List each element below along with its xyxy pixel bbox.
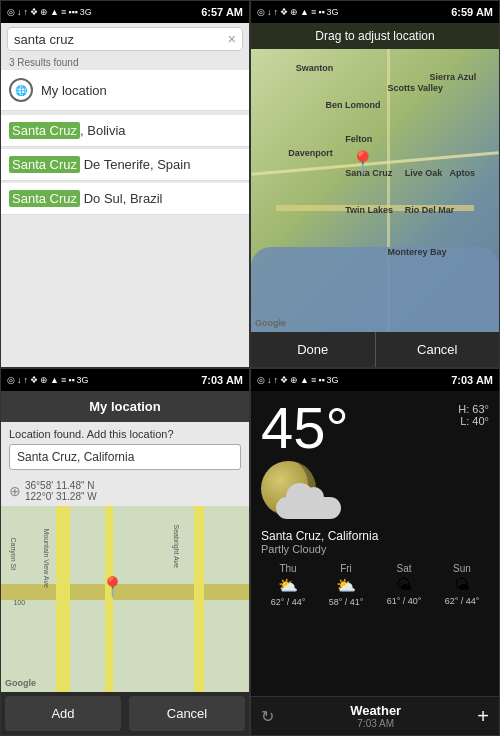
done-button[interactable]: Done [251,332,376,367]
result-rest-3: Do Sul, Brazil [80,191,162,206]
drag-banner: Drag to adjust location [251,23,499,49]
result-highlight-2: Santa Cruz [9,156,80,173]
results-count: 3 Results found [1,55,249,70]
status-bar-p4: ◎↓↑❖⊕▲≡▪▪3G 7:03 AM [251,369,499,391]
result-item-spain[interactable]: Santa Cruz De Tenerife, Spain [1,149,249,181]
drag-label: Drag to adjust location [315,29,434,43]
forecast-sun-name: Sun [453,563,471,574]
coords-text: 36°58' 11.48" N 122°0' 31.28" W [25,480,97,502]
p3-header: My location [1,391,249,422]
status-icons-p3: ◎↓↑❖⊕▲≡▪▪3G [7,375,89,385]
p3-map-pin: 📍 [100,575,125,599]
forecast-sun-icon: 🌤 [454,576,470,594]
status-time-p4: 7:03 AM [451,374,493,386]
p3-action-buttons: Add Cancel [1,692,249,735]
forecast-thu-temps: 62° / 44° [271,597,306,607]
result-rest-2: De Tenerife, Spain [80,157,190,172]
status-bar-p2: ◎↓↑❖⊕▲≡▪▪3G 6:59 AM [251,1,499,23]
result-item-bolivia[interactable]: Santa Cruz, Bolivia [1,115,249,147]
search-value: santa cruz [14,32,228,47]
map-label-riodel: Rio Del Mar [405,205,455,215]
p3-map[interactable]: Canyon St Mountain View Ave Seabright Av… [1,506,249,692]
panel-my-location: ◎↓↑❖⊕▲≡▪▪3G 7:03 AM My location Location… [0,368,250,736]
weather-footer-label: Weather [274,703,477,718]
result-brazil-text: Santa Cruz Do Sul, Brazil [9,191,162,206]
map-label-felton: Felton [345,134,372,144]
forecast-fri-name: Fri [340,563,352,574]
p3-body: Location found. Add this location? Santa… [1,422,249,692]
current-temperature: 45° [261,399,349,457]
map-area[interactable]: Ben Lomond Scotts Valley Davenport Felto… [251,49,499,332]
status-icons-p2: ◎↓↑❖⊕▲≡▪▪3G [257,7,339,17]
map-pin: 📍 [349,150,376,176]
p4-footer: ↻ Weather 7:03 AM + [251,696,499,735]
street-seabright: Seabright Ave [172,524,179,567]
street-mountainview: Mountain View Ave [42,528,49,587]
my-location-text: My location [41,83,107,98]
forecast-thu-name: Thu [279,563,296,574]
result-spain-text: Santa Cruz De Tenerife, Spain [9,157,190,172]
forecast-thu: Thu ⛅ 62° / 44° [261,563,315,607]
map-label-scottsvalley: Scotts Valley [387,83,443,93]
map-label-monterey: Monterey Bay [387,247,446,257]
status-icons-p4: ◎↓↑❖⊕▲≡▪▪3G [257,375,339,385]
forecast-fri-icon: ⛅ [336,576,356,595]
weather-footer-time: 7:03 AM [274,718,477,729]
p3-coords: ⊕ 36°58' 11.48" N 122°0' 31.28" W [1,476,249,506]
forecast-sat: Sat 🌤 61° / 40° [377,563,431,607]
google-logo: Google [255,318,286,328]
forecast-sat-name: Sat [396,563,411,574]
forecast-row: Thu ⛅ 62° / 44° Fri ⛅ 58° / 41° Sat 🌤 61… [261,563,489,607]
high-temp: H: 63° [458,403,489,415]
map-action-buttons: Done Cancel [251,332,499,367]
low-temp: L: 40° [458,415,489,427]
panel-search: ◎↓↑❖⊕▲≡▪▪▪3G 6:57 AM santa cruz × 3 Resu… [0,0,250,368]
location-globe-icon: 🌐 [9,78,33,102]
add-weather-icon[interactable]: + [477,705,489,728]
app-grid: ◎↓↑❖⊕▲≡▪▪▪3G 6:57 AM santa cruz × 3 Resu… [0,0,500,736]
search-clear-icon[interactable]: × [228,31,236,47]
weather-icon [261,461,351,521]
map-label-davenport: Davenport [288,148,333,158]
cancel-button-loc[interactable]: Cancel [129,696,245,731]
map-label-liveoak: Live Oak [405,168,443,178]
forecast-sun-temps: 62° / 44° [445,596,480,606]
panel-map-adjust: ◎↓↑❖⊕▲≡▪▪3G 6:59 AM Drag to adjust locat… [250,0,500,368]
map-label-sierra: Sierra Azul [430,72,477,82]
p3-map-background: Canyon St Mountain View Ave Seabright Av… [1,506,249,692]
add-button[interactable]: Add [5,696,121,731]
cloud-icon [276,497,341,519]
map-background: Ben Lomond Scotts Valley Davenport Felto… [251,49,499,332]
weather-location: Santa Cruz, California [261,529,489,543]
map-label-swanton: Swanton [296,63,334,73]
temperature-row: 45° H: 63° L: 40° [261,399,489,457]
cancel-button-map[interactable]: Cancel [376,332,500,367]
forecast-thu-icon: ⛅ [278,576,298,595]
result-bolivia-text: Santa Cruz, Bolivia [9,123,126,138]
p3-question: Location found. Add this location? [1,422,249,444]
p3-location-box: Santa Cruz, California [9,444,241,470]
forecast-fri-temps: 58° / 41° [329,597,364,607]
status-time-p1: 6:57 AM [201,6,243,18]
map-label-twinlakes: Twin Lakes [345,205,393,215]
status-bar-p3: ◎↓↑❖⊕▲≡▪▪3G 7:03 AM [1,369,249,391]
footer-title-area: Weather 7:03 AM [274,703,477,729]
street-100: 100 [13,599,25,606]
map-label-benlomond: Ben Lomond [325,100,380,110]
hi-lo: H: 63° L: 40° [458,399,489,427]
status-time-p3: 7:03 AM [201,374,243,386]
result-highlight-3: Santa Cruz [9,190,80,207]
forecast-fri: Fri ⛅ 58° / 41° [319,563,373,607]
weather-condition: Partly Cloudy [261,543,489,555]
result-highlight-1: Santa Cruz [9,122,80,139]
forecast-sat-icon: 🌤 [396,576,412,594]
location-target-icon: ⊕ [9,483,21,499]
result-item-brazil[interactable]: Santa Cruz Do Sul, Brazil [1,183,249,215]
refresh-icon[interactable]: ↻ [261,707,274,726]
p3-google-logo: Google [5,678,36,688]
search-bar[interactable]: santa cruz × [7,27,243,51]
street-canyon: Canyon St [10,537,17,570]
my-location-item[interactable]: 🌐 My location [1,70,249,111]
p4-body: 45° H: 63° L: 40° Santa Cruz, California… [251,391,499,696]
panel-weather: ◎↓↑❖⊕▲≡▪▪3G 7:03 AM 45° H: 63° L: 40° Sa… [250,368,500,736]
